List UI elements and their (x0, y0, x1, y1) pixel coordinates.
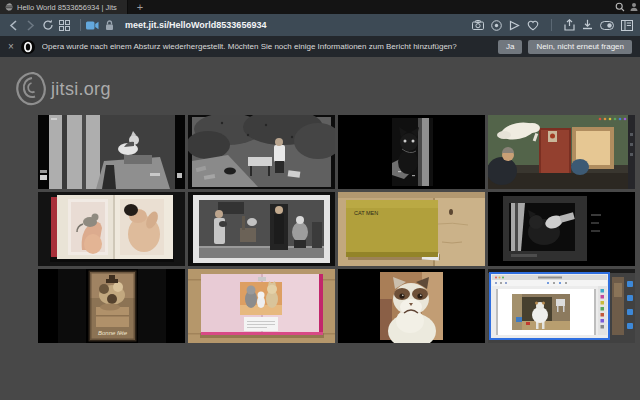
cat-men-book-title: CAT MEN (354, 210, 378, 216)
divider (80, 19, 81, 31)
video-tile-garden-bw[interactable] (188, 115, 335, 189)
video-tile-photobook-nudes[interactable] (38, 192, 185, 266)
film-cat-scene (38, 115, 185, 189)
video-tile-black-kitten[interactable] (338, 115, 485, 189)
player-icon[interactable] (600, 21, 614, 30)
download-icon[interactable] (582, 19, 593, 31)
jitsi-logo-text: jitsi.org (51, 79, 111, 100)
jitsi-watermark: jitsi.org (16, 72, 111, 106)
reload-icon[interactable] (41, 19, 54, 32)
new-tab-button[interactable]: + (137, 0, 143, 14)
sidebar-panels-icon[interactable] (621, 20, 633, 31)
photobook-scene (38, 192, 185, 266)
video-tile-bonne-fete-card[interactable]: Bonne fête (38, 269, 185, 343)
jitsi-favicon-icon (5, 3, 13, 11)
url-text[interactable]: meet.jit.si/HelloWorld8533656934 (125, 20, 266, 30)
opera-logo-icon (21, 40, 35, 54)
back-icon[interactable] (7, 19, 20, 32)
bonne-fete-text: Bonne fête (98, 330, 128, 336)
video-tile-grumpy-cat[interactable] (338, 269, 485, 343)
snapshot-icon[interactable] (472, 20, 484, 30)
tab-title: Hello World 8533656934 | Jits (17, 3, 117, 12)
lock-icon[interactable] (103, 19, 116, 32)
crash-notification-bar: × Opera wurde nach einem Absturz wiederh… (0, 36, 640, 57)
crash-message: Opera wurde nach einem Absturz wiederher… (42, 42, 457, 51)
video-tile-green-room[interactable] (488, 115, 635, 189)
no-button[interactable]: Nein, nicht erneut fragen (528, 40, 632, 54)
garden-scene (188, 115, 335, 189)
close-icon[interactable]: × (8, 42, 14, 52)
share-icon[interactable] (564, 19, 575, 31)
search-icon[interactable] (615, 2, 625, 12)
video-grid: CAT MEN (38, 115, 635, 343)
dark-viewer-scene (488, 192, 635, 266)
favorite-heart-icon[interactable] (527, 20, 539, 31)
flow-send-icon[interactable] (509, 20, 520, 31)
cat-men-book-scene: CAT MEN (338, 192, 485, 266)
video-tile-film-cat[interactable] (38, 115, 185, 189)
video-tile-cat-men-book[interactable]: CAT MEN (338, 192, 485, 266)
black-kitten-scene (338, 115, 485, 189)
video-tile-dark-viewer-cat[interactable] (488, 192, 635, 266)
video-tile-street-bw[interactable] (188, 192, 335, 266)
street-scene (188, 192, 335, 266)
speed-dial-icon[interactable] (58, 19, 71, 32)
tab-bar: Hello World 8533656934 | Jits + (0, 0, 640, 14)
forward-icon[interactable] (24, 19, 37, 32)
video-tile-screenshare-doc[interactable] (488, 269, 635, 343)
green-room-scene (488, 115, 635, 189)
browser-tab[interactable]: Hello World 8533656934 | Jits (0, 0, 128, 14)
profile-icon[interactable] (630, 2, 638, 12)
grumpy-cat-scene (338, 269, 485, 343)
bonne-fete-scene: Bonne fête (38, 269, 185, 343)
jitsi-logo-icon (16, 72, 46, 106)
yes-button[interactable]: Ja (498, 40, 522, 54)
video-tile-pink-album[interactable] (188, 269, 335, 343)
divider (551, 19, 552, 31)
address-bar: meet.jit.si/HelloWorld8533656934 (0, 14, 640, 36)
vpn-badge-icon[interactable] (491, 20, 502, 31)
camera-permission-icon[interactable] (86, 19, 99, 32)
pink-album-scene (188, 269, 335, 343)
screenshare-scene (488, 269, 635, 343)
